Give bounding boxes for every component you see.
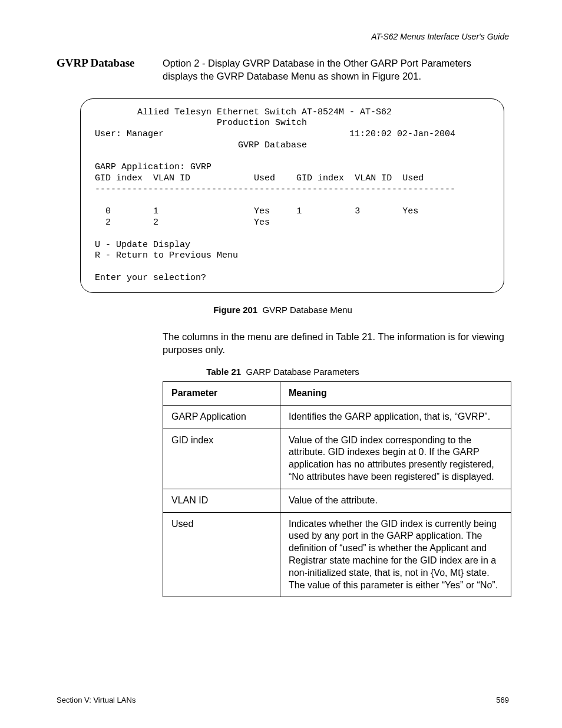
terminal-title: Allied Telesyn Ethernet Switch AT-8524M … [95, 107, 392, 129]
page: AT-S62 Menus Interface User's Guide GVRP… [0, 0, 562, 728]
cell-meaning: Identifies the GARP application, that is… [280, 405, 511, 429]
cell-meaning: Value of the attribute. [280, 489, 511, 512]
section-intro: Option 2 - Display GVRP Database in the … [163, 57, 509, 83]
r1c1: 2 [105, 218, 111, 228]
col-used2: Used [402, 173, 424, 183]
terminal-subtitle: Production Switch [217, 118, 307, 128]
terminal-garp-app: GARP Application: GVRP [95, 162, 211, 172]
cell-param: VLAN ID [163, 489, 280, 512]
col-gid2: GID index [296, 173, 344, 183]
page-footer: Section V: Virtual LANs 569 [57, 696, 509, 704]
footer-page-number: 569 [496, 696, 509, 704]
terminal-opt-u: U - Update Display [95, 240, 190, 250]
r0c6: Yes [402, 206, 418, 216]
r0c2: 1 [153, 206, 158, 216]
th-meaning: Meaning [280, 382, 511, 406]
cell-meaning: Value of the GID index corresponding to … [280, 429, 511, 489]
r1c3: Yes [254, 218, 270, 228]
post-figure-paragraph: The columns in the menu are defined in T… [163, 330, 509, 357]
r0c1: 0 [105, 206, 111, 216]
table-row: VLAN ID Value of the attribute. [163, 489, 511, 512]
section-title: GVRP Database [57, 57, 163, 70]
col-vlan2: VLAN ID [355, 173, 392, 183]
cell-param: Used [163, 512, 280, 597]
cell-meaning: Indicates whether the GID index is curre… [280, 512, 511, 597]
table-caption-text: GARP Database Parameters [246, 367, 359, 377]
section-header-row: GVRP Database Option 2 - Display GVRP Da… [57, 57, 509, 83]
r0c5: 3 [355, 206, 360, 216]
r0c4: 1 [296, 206, 302, 216]
parameters-table: Parameter Meaning GARP Application Ident… [163, 381, 511, 597]
col-gid: GID index [95, 173, 143, 183]
terminal-timestamp: 11:20:02 02-Jan-2004 [349, 129, 455, 139]
figure-text: GVRP Database Menu [263, 305, 352, 315]
table-row: Used Indicates whether the GID index is … [163, 512, 511, 597]
running-header: AT-S62 Menus Interface User's Guide [57, 32, 509, 41]
table-caption: Table 21 GARP Database Parameters [57, 367, 509, 377]
r0c3: Yes [254, 206, 270, 216]
cell-param: GARP Application [163, 405, 280, 429]
terminal-prompt: Enter your selection? [95, 273, 206, 283]
figure-label: Figure 201 [213, 305, 257, 315]
col-used: Used [254, 173, 275, 183]
terminal-row-1: 2 2 Yes [95, 218, 270, 228]
table-row: GID index Value of the GID index corresp… [163, 429, 511, 489]
terminal-screen-title-row: GVRP Database [95, 140, 307, 150]
table-label: Table 21 [206, 367, 241, 377]
terminal-screen-title: GVRP Database [238, 140, 307, 150]
col-vlan: VLAN ID [153, 173, 190, 183]
footer-section: Section V: Virtual LANs [57, 696, 135, 704]
terminal-column-headers: GID index VLAN ID Used GID index VLAN ID… [95, 173, 424, 183]
r1c2: 2 [153, 218, 158, 228]
terminal-row-0: 0 1 Yes 1 3 Yes [95, 206, 418, 216]
terminal-opt-r: R - Return to Previous Menu [95, 251, 238, 261]
terminal-user-row: User: Manager 11:20:02 02-Jan-2004 [95, 129, 455, 139]
terminal-user: User: Manager [95, 129, 164, 139]
terminal-title-text: Allied Telesyn Ethernet Switch AT-8524M … [137, 107, 392, 117]
cell-param: GID index [163, 429, 280, 489]
table-row: GARP Application Identifies the GARP app… [163, 405, 511, 429]
th-parameter: Parameter [163, 382, 280, 406]
terminal-divider: ----------------------------------------… [95, 185, 455, 195]
table-header-row: Parameter Meaning [163, 382, 511, 406]
terminal-screen: Allied Telesyn Ethernet Switch AT-8524M … [80, 98, 504, 293]
figure-caption: Figure 201 GVRP Database Menu [57, 305, 509, 315]
